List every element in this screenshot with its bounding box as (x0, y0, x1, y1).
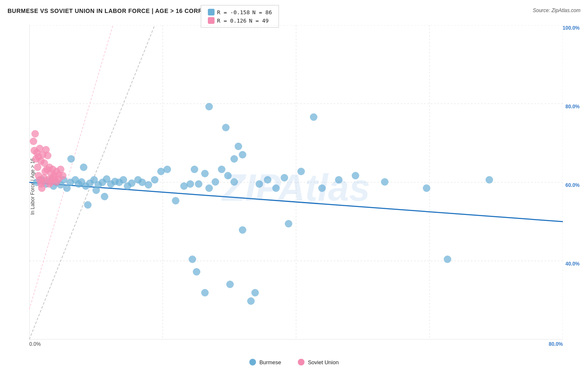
watermark-text: ZIPAtlas (221, 167, 370, 209)
svg-point-62 (235, 143, 242, 150)
legend-row-soviet: R = 0.126 N = 49 (208, 17, 272, 24)
svg-point-105 (31, 130, 39, 138)
y-tick-40: 40.0% (565, 261, 580, 267)
svg-point-84 (444, 255, 451, 263)
svg-point-49 (172, 197, 179, 204)
svg-point-53 (195, 180, 202, 188)
bottom-legend: Burmese Soviet Union (249, 359, 339, 365)
legend-row-burmese: R = -0.158 N = 86 (208, 9, 272, 15)
svg-point-40 (145, 181, 152, 189)
svg-point-76 (285, 220, 292, 227)
svg-point-46 (151, 176, 159, 184)
svg-point-60 (205, 103, 213, 110)
legend-box: R = -0.158 N = 86 R = 0.126 N = 49 (201, 5, 279, 28)
chart-svg: ZIPAtlas (29, 25, 563, 340)
burmese-label: Burmese (259, 359, 281, 365)
svg-point-69 (239, 226, 246, 234)
svg-point-41 (67, 155, 75, 163)
svg-point-63 (230, 155, 238, 163)
svg-point-83 (423, 184, 430, 192)
chart-container: BURMESE VS SOVIET UNION IN LABOR FORCE |… (0, 0, 588, 373)
legend-r1-n: N = 86 (252, 9, 272, 15)
svg-point-64 (239, 151, 246, 158)
svg-point-55 (205, 184, 213, 192)
svg-point-68 (226, 281, 234, 288)
svg-point-48 (164, 166, 171, 173)
y-tick-80: 80.0% (565, 104, 580, 110)
svg-point-67 (201, 289, 209, 296)
svg-point-35 (120, 176, 127, 184)
soviet-label: Soviet Union (308, 359, 339, 365)
svg-point-104 (30, 138, 37, 145)
svg-line-11 (29, 25, 113, 309)
svg-point-82 (381, 178, 389, 186)
svg-point-78 (310, 113, 317, 121)
svg-point-54 (201, 170, 209, 177)
svg-point-42 (80, 164, 87, 171)
svg-point-71 (251, 289, 259, 296)
legend-item-burmese: Burmese (249, 359, 281, 365)
soviet-circle-icon (298, 359, 304, 365)
y-tick-100: 100.0% (562, 25, 580, 31)
svg-point-51 (187, 180, 194, 188)
svg-point-44 (92, 186, 100, 194)
source-label: Source: ZipAtlas.com (533, 8, 580, 13)
svg-point-70 (247, 297, 255, 305)
svg-point-52 (191, 166, 198, 173)
x-tick-80: 80.0% (549, 341, 563, 347)
svg-point-43 (84, 201, 92, 209)
svg-point-61 (222, 124, 230, 131)
svg-point-56 (212, 178, 219, 186)
svg-point-65 (189, 255, 196, 263)
svg-point-85 (486, 176, 493, 184)
x-tick-0: 0.0% (29, 341, 41, 347)
legend-color-burmese (208, 9, 215, 15)
y-tick-60: 60.0% (565, 182, 580, 188)
legend-r1-value: R = -0.158 (217, 9, 250, 15)
legend-item-soviet: Soviet Union (298, 359, 339, 365)
burmese-circle-icon (249, 359, 256, 365)
svg-point-66 (193, 268, 200, 276)
legend-r2-value: R = 0.126 (217, 18, 246, 24)
legend-r2-n: N = 49 (249, 18, 268, 24)
svg-point-121 (59, 172, 66, 179)
svg-point-45 (101, 193, 108, 200)
legend-color-soviet (208, 17, 215, 24)
svg-point-113 (44, 152, 51, 159)
